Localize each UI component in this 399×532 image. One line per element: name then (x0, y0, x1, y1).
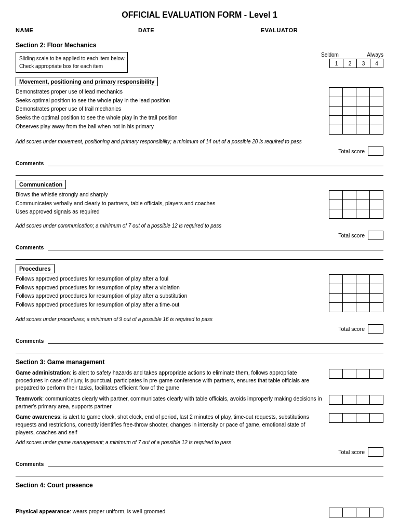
grid-cell[interactable] (343, 508, 356, 517)
section3-score-note: Add scores under game management; a mini… (16, 440, 383, 445)
grid-cell[interactable] (329, 303, 343, 312)
movement-item: Observes play away from the ball when no… (16, 123, 324, 130)
grid-cell[interactable] (356, 209, 370, 219)
grid-cell[interactable] (329, 107, 343, 116)
grid-cell[interactable] (370, 508, 383, 517)
grid-cell[interactable] (370, 303, 383, 312)
comments2-line2 (16, 252, 383, 260)
grid-cell[interactable] (370, 414, 383, 423)
communication-item: Blows the whistle strongly and sharply (16, 191, 324, 198)
communication-item: Communicates verbally and clearly to par… (16, 200, 324, 207)
grid-cell[interactable] (356, 414, 370, 423)
grid-cell[interactable] (356, 125, 370, 135)
comments-s3-line (48, 460, 383, 467)
comments3-line (48, 337, 383, 344)
grid-cell[interactable] (356, 200, 370, 209)
grid-cell[interactable] (329, 294, 343, 303)
grid-cell[interactable] (329, 284, 343, 294)
grid-cell[interactable] (356, 97, 370, 107)
scale-num-4: 4 (370, 59, 383, 68)
grid-cell[interactable] (329, 88, 343, 97)
grid-cell[interactable] (343, 107, 356, 116)
section3-total-box[interactable] (368, 447, 383, 457)
grid-cell[interactable] (329, 209, 343, 219)
procedures-total-label: Total score (338, 326, 365, 332)
grid-cell[interactable] (329, 369, 343, 379)
scale-num-1: 1 (329, 59, 343, 68)
grid-cell[interactable] (343, 395, 356, 405)
communication-total-box[interactable] (368, 231, 383, 240)
grid-cell[interactable] (370, 200, 383, 209)
grid-cell[interactable] (329, 200, 343, 209)
section2-title: Section 2: Floor Mechanics (16, 42, 383, 49)
grid-cell[interactable] (343, 97, 356, 107)
procedures-total-box[interactable] (368, 324, 383, 334)
scale-desc-line1: Sliding scale to be applied to each item… (19, 55, 124, 62)
grid-cell[interactable] (370, 209, 383, 219)
grid-cell[interactable] (370, 97, 383, 107)
communication-score-note: Add scores under communication; a minimu… (16, 223, 383, 229)
movement-score-note: Add scores under movement, positioning a… (16, 139, 383, 144)
communication-total-label: Total score (338, 232, 365, 238)
comments1-line2 (16, 168, 383, 176)
grid-cell[interactable] (356, 369, 370, 379)
grid-cell[interactable] (370, 125, 383, 135)
page-title: OFFICIAL EVALUATION FORM - Level 1 (16, 10, 383, 20)
grid-cell[interactable] (329, 414, 343, 423)
grid-cell[interactable] (329, 125, 343, 135)
communication-item: Uses approved signals as required (16, 208, 324, 216)
grid-cell[interactable] (356, 294, 370, 303)
movement-header: Movement, positioning and primary respon… (16, 77, 158, 86)
grid-cell[interactable] (370, 191, 383, 200)
grid-cell[interactable] (343, 369, 356, 379)
scale-always: Always (367, 52, 383, 58)
section4-title: Section 4: Court presence (16, 482, 383, 489)
grid-cell[interactable] (356, 284, 370, 294)
procedures-header: Procedures (16, 264, 55, 273)
grid-cell[interactable] (356, 395, 370, 405)
grid-cell[interactable] (370, 395, 383, 405)
grid-cell[interactable] (370, 107, 383, 116)
grid-cell[interactable] (329, 275, 343, 284)
movement-item: Demonstrates proper use of trail mechani… (16, 105, 324, 113)
physical-item: Physical appearance: wears proper unifor… (16, 508, 324, 515)
grid-cell[interactable] (329, 508, 343, 517)
movement-total-label: Total score (338, 148, 365, 154)
grid-cell[interactable] (370, 294, 383, 303)
grid-cell[interactable] (356, 275, 370, 284)
grid-cell[interactable] (356, 303, 370, 312)
movement-total-box[interactable] (368, 147, 383, 156)
grid-cell[interactable] (370, 369, 383, 379)
grid-cell[interactable] (370, 116, 383, 125)
grid-cell[interactable] (343, 200, 356, 209)
grid-cell[interactable] (343, 88, 356, 97)
grid-cell[interactable] (329, 116, 343, 125)
grid-cell[interactable] (343, 284, 356, 294)
grid-cell[interactable] (370, 284, 383, 294)
teamwork-item: Teamwork: communicates clearly with part… (16, 395, 324, 410)
procedures-item: Follows approved procedures for resumpti… (16, 292, 324, 300)
grid-cell[interactable] (356, 116, 370, 125)
grid-cell[interactable] (356, 107, 370, 116)
grid-cell[interactable] (343, 303, 356, 312)
grid-cell[interactable] (343, 191, 356, 200)
grid-cell[interactable] (370, 88, 383, 97)
grid-cell[interactable] (343, 414, 356, 423)
grid-cell[interactable] (356, 88, 370, 97)
grid-cell[interactable] (343, 209, 356, 219)
grid-cell[interactable] (329, 97, 343, 107)
grid-cell[interactable] (343, 275, 356, 284)
grid-cell[interactable] (343, 125, 356, 135)
movement-item: Demonstrates proper use of lead mechanic… (16, 88, 324, 96)
grid-cell[interactable] (329, 395, 343, 405)
grid-cell[interactable] (370, 275, 383, 284)
comments3-line2 (16, 346, 383, 353)
comments1-line (48, 159, 383, 166)
grid-cell[interactable] (356, 191, 370, 200)
movement-item: Seeks optimal position to see the whole … (16, 97, 324, 104)
communication-header: Communication (16, 180, 66, 189)
grid-cell[interactable] (343, 116, 356, 125)
grid-cell[interactable] (329, 191, 343, 200)
grid-cell[interactable] (356, 508, 370, 517)
grid-cell[interactable] (343, 294, 356, 303)
